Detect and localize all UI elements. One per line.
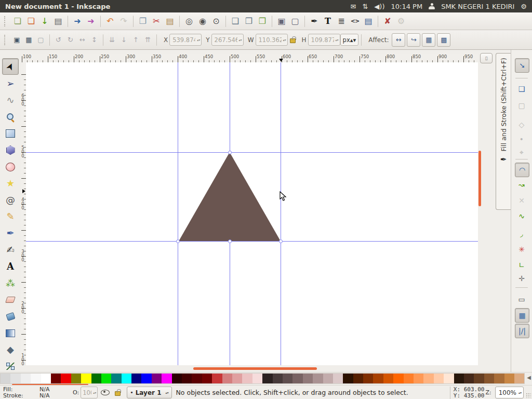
snap-guides-button[interactable]: |/|	[515, 324, 529, 338]
palette-swatch[interactable]	[323, 374, 333, 383]
palette-swatch[interactable]	[514, 374, 524, 383]
zoom-page-button[interactable]: ⊙	[209, 15, 223, 28]
session-gear-icon[interactable]: ⚙	[521, 3, 527, 10]
cut-button[interactable]: ✂	[150, 15, 163, 28]
sticky-zoom-button[interactable]: ▯	[480, 53, 493, 63]
palette-swatch[interactable]	[31, 374, 41, 383]
calligraphy-tool[interactable]: ✍	[3, 242, 18, 258]
horizontal-guide[interactable]	[26, 152, 478, 153]
unit-select[interactable]: px▴▾	[340, 34, 359, 46]
stroke-value[interactable]: N/A	[39, 393, 72, 399]
palette-swatch[interactable]	[232, 374, 242, 383]
palette-swatch[interactable]	[162, 374, 171, 383]
lock-ratio-icon[interactable]	[290, 36, 296, 43]
duplicate-button[interactable]: ❑	[229, 15, 242, 28]
import-button[interactable]: ➜	[71, 15, 84, 28]
palette-swatch[interactable]	[383, 374, 393, 383]
box3d-tool[interactable]	[3, 142, 18, 158]
palette-swatch[interactable]	[474, 374, 484, 383]
palette-swatch[interactable]	[262, 374, 272, 383]
fill-value[interactable]: N/A	[39, 387, 72, 393]
palette-swatch[interactable]	[313, 374, 323, 383]
snap-intersections-button[interactable]: ✳	[515, 243, 528, 256]
snap-others-button[interactable]: ✛	[515, 272, 528, 285]
select-all-button[interactable]: ▣	[11, 34, 23, 46]
mail-icon[interactable]: ✉	[351, 3, 356, 10]
move-rotation-center-toggle[interactable]: ↪	[407, 33, 420, 47]
text-dialog-button[interactable]: T	[321, 15, 335, 28]
palette-swatch[interactable]	[182, 374, 192, 383]
palette-swatch[interactable]	[273, 374, 283, 383]
layer-visibility-eye-icon[interactable]	[101, 390, 110, 395]
bezier-pen-tool[interactable]: ✒	[3, 225, 18, 241]
palette-swatch[interactable]	[454, 374, 464, 383]
vertical-guide[interactable]	[178, 62, 178, 365]
snap-grid-button[interactable]: ▦	[515, 308, 529, 323]
palette-swatch[interactable]	[333, 374, 343, 383]
palette-swatch[interactable]	[242, 374, 252, 383]
palette-swatch[interactable]	[111, 374, 121, 383]
clone-button[interactable]: ❒	[242, 15, 256, 28]
toolbar-grip[interactable]	[4, 16, 9, 26]
pencil-tool[interactable]: ✎	[3, 209, 18, 224]
palette-swatch[interactable]	[292, 374, 302, 383]
layers-dialog-button[interactable]: ≣	[335, 15, 348, 28]
spray-tool[interactable]: ⁂	[3, 275, 18, 291]
opacity-field[interactable]: 100 ▴▾	[81, 387, 98, 398]
horizontal-ruler[interactable]: 1001502002503003504004505005506006507007…	[21, 54, 478, 63]
palette-swatch[interactable]	[283, 374, 292, 383]
palette-swatch[interactable]	[404, 374, 414, 383]
group-button[interactable]: ▣	[275, 15, 288, 28]
palette-swatch[interactable]	[10, 374, 20, 383]
save-document-button[interactable]: ↓	[38, 15, 51, 28]
session-user-name[interactable]: SMK NEGERI 1 KEDIRI	[441, 3, 514, 10]
snap-cusp-nodes-button[interactable]: ◞	[515, 227, 528, 241]
paint-bucket-tool[interactable]	[3, 309, 18, 324]
palette-swatch[interactable]	[41, 374, 51, 383]
network-icon[interactable]: ⇅	[362, 3, 368, 10]
palette-swatch[interactable]	[393, 374, 403, 383]
move-patterns-toggle[interactable]: ▦	[422, 33, 435, 47]
unlink-clone-button[interactable]: ❒	[256, 15, 269, 28]
fill-and-stroke-tab[interactable]: Fill and Stroke (Shift+Ctrl+F) ✒	[496, 53, 511, 210]
eraser-tool[interactable]	[3, 292, 18, 308]
palette-swatch[interactable]	[141, 374, 151, 383]
paste-button[interactable]: ▤	[163, 15, 177, 28]
zoom-tool[interactable]	[3, 109, 18, 125]
align-dialog-button[interactable]: ▤	[362, 15, 375, 28]
export-button[interactable]: ➜	[84, 15, 98, 28]
guide-origin-handle[interactable]	[228, 151, 232, 154]
vertical-guide[interactable]	[281, 62, 281, 365]
palette-swatch[interactable]	[222, 374, 232, 383]
guide-origin-handle[interactable]	[176, 240, 180, 243]
palette-swatch[interactable]	[434, 374, 444, 383]
palette-swatch[interactable]	[61, 374, 71, 383]
palette-swatch[interactable]	[91, 374, 101, 383]
palette-swatch[interactable]	[464, 374, 474, 383]
snap-paths-button[interactable]: ↝	[515, 178, 528, 192]
snap-smooth-nodes-button[interactable]: ∿	[515, 209, 528, 223]
star-tool[interactable]: ★	[3, 176, 18, 191]
preferences-button[interactable]: ✘	[381, 15, 394, 28]
rectangle-tool[interactable]	[3, 126, 18, 141]
x-field[interactable]: 539.874▴▾	[169, 34, 202, 46]
palette-swatch[interactable]	[373, 374, 383, 383]
guide-origin-handle[interactable]	[228, 240, 232, 243]
zoom-drawing-button[interactable]: ◉	[196, 15, 209, 28]
triangle-shape[interactable]	[179, 152, 281, 241]
snap-toggle-button[interactable]: ➘	[515, 58, 529, 73]
palette-swatch[interactable]	[1, 374, 10, 383]
palette-swatch[interactable]	[122, 374, 131, 383]
ungroup-button[interactable]: ▢	[288, 15, 302, 28]
node-editor-tool[interactable]: ➢	[3, 76, 18, 91]
ellipse-tool[interactable]	[3, 159, 18, 175]
palette-swatch[interactable]	[504, 374, 514, 383]
height-field[interactable]: 109.877▴▾	[308, 34, 340, 46]
palette-swatch[interactable]	[202, 374, 212, 383]
text-tool[interactable]: A	[3, 259, 18, 274]
new-document-button[interactable]: ❏	[11, 15, 24, 28]
horizontal-scrollbar-thumb[interactable]	[193, 367, 317, 370]
dropper-tool[interactable]: ◆	[3, 342, 18, 357]
palette-swatch[interactable]	[21, 374, 31, 383]
zoom-selection-button[interactable]: ◎	[182, 15, 196, 28]
